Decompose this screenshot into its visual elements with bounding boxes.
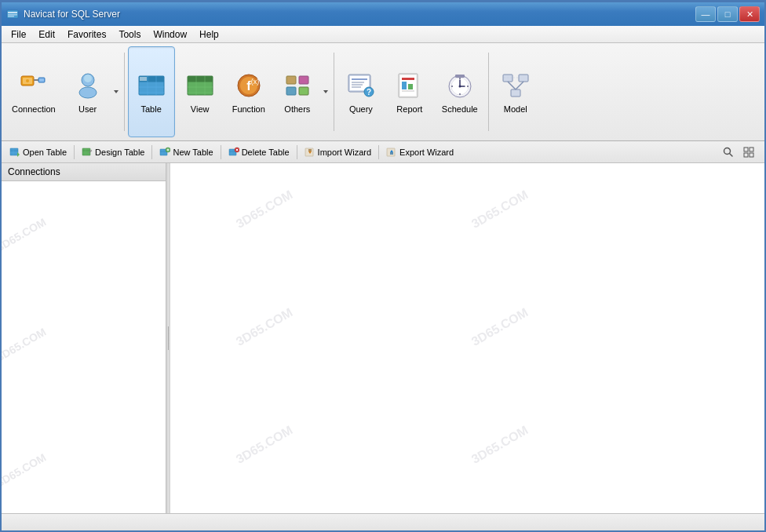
grid-icon [743, 147, 754, 158]
titlebar: Navicat for SQL Server — □ ✕ [2, 2, 764, 26]
left-panel-watermark: 3D65.COM 3D65.COM 3D65.COM [2, 181, 166, 513]
connections-header: Connections [2, 163, 166, 181]
toolbar-connection[interactable]: Connection [5, 46, 63, 137]
svg-marker-13 [114, 90, 119, 93]
actionbar: Open Table Design Table [2, 141, 764, 163]
close-button[interactable]: ✕ [739, 6, 760, 22]
delete-table-icon [228, 147, 239, 158]
design-table-label: Design Table [95, 148, 144, 157]
open-table-label: Open Table [23, 148, 67, 157]
toolbar-report[interactable]: Report [386, 46, 433, 137]
export-wizard-label: Export Wizard [399, 148, 454, 157]
svg-rect-62 [455, 75, 465, 78]
menu-tools[interactable]: Tools [112, 27, 147, 42]
query-icon: ? [345, 70, 377, 101]
toolbar-user-group: User [64, 46, 121, 137]
svg-rect-34 [299, 76, 308, 84]
svg-rect-3 [8, 16, 14, 17]
svg-rect-65 [511, 89, 520, 97]
new-table-label: New Table [173, 148, 213, 157]
action-export-wizard[interactable]: Export Wizard [381, 145, 458, 159]
titlebar-left: Navicat for SQL Server [6, 8, 120, 20]
toolbar-table[interactable]: Table [128, 46, 175, 137]
function-icon: f (x) [233, 70, 264, 101]
others-dropdown-button[interactable] [321, 46, 330, 137]
svg-line-66 [508, 82, 516, 89]
svg-rect-1 [8, 12, 17, 13]
menu-help[interactable]: Help [193, 27, 225, 42]
svg-rect-74 [82, 148, 90, 155]
window-title: Navicat for SQL Server [24, 9, 120, 20]
toolbar-separator-2 [334, 53, 334, 131]
export-wizard-icon [386, 147, 397, 158]
svg-rect-93 [308, 149, 312, 151]
table-icon [136, 70, 167, 101]
action-sep-3 [221, 145, 221, 159]
table-label: Table [141, 104, 162, 114]
right-panel: 3D65.COM 3D65.COM 3D65.COM 3D65.COM 3D65… [170, 163, 764, 513]
svg-rect-7 [34, 79, 38, 81]
svg-point-12 [79, 87, 97, 98]
toolbar-query[interactable]: ? Query [337, 46, 385, 137]
minimize-button[interactable]: — [695, 6, 716, 22]
svg-rect-50 [408, 84, 413, 89]
menu-window[interactable]: Window [147, 27, 193, 42]
action-design-table[interactable]: Design Table [77, 145, 149, 159]
left-panel: Connections 3D65.COM 3D65.COM 3D65.COM [2, 163, 166, 513]
svg-rect-35 [286, 87, 296, 95]
connection-icon [18, 70, 49, 101]
others-label: Others [284, 104, 310, 114]
user-dropdown-button[interactable] [111, 46, 121, 137]
toolbar-others[interactable]: Others [274, 46, 321, 137]
action-delete-table[interactable]: Delete Table [224, 145, 294, 159]
svg-rect-23 [188, 76, 213, 82]
toolbar-view[interactable]: View [177, 46, 224, 137]
view-icon [184, 70, 216, 101]
menu-file[interactable]: File [5, 27, 32, 42]
toolbar: Connection User [2, 43, 764, 141]
menubar: File Edit Favorites Tools Window Help [2, 26, 764, 43]
action-new-table[interactable]: New Table [155, 145, 217, 159]
app-icon [6, 8, 19, 20]
view-label: View [191, 104, 210, 114]
statusbar [2, 513, 764, 530]
svg-point-11 [84, 75, 92, 82]
svg-rect-9 [39, 78, 44, 82]
menu-edit[interactable]: Edit [32, 27, 61, 42]
action-import-wizard[interactable]: Import Wizard [300, 145, 376, 159]
svg-text:(x): (x) [251, 78, 260, 86]
toolbar-schedule[interactable]: Schedule [435, 46, 485, 137]
svg-rect-48 [402, 78, 414, 80]
toolbar-others-group: Others [274, 46, 330, 137]
toolbar-function[interactable]: f (x) Function [225, 46, 272, 137]
svg-point-6 [26, 79, 29, 82]
toolbar-model[interactable]: Model [492, 46, 539, 137]
search-icon [723, 147, 734, 158]
right-panel-watermark: 3D65.COM 3D65.COM 3D65.COM 3D65.COM 3D65… [170, 163, 764, 513]
new-table-icon [159, 147, 170, 158]
svg-rect-36 [299, 87, 308, 95]
open-table-icon [9, 147, 20, 158]
import-wizard-icon [305, 147, 316, 158]
search-button[interactable] [719, 143, 738, 162]
toolbar-user[interactable]: User [64, 46, 111, 137]
user-icon [72, 70, 104, 101]
maximize-button[interactable]: □ [717, 6, 738, 22]
query-label: Query [349, 104, 373, 114]
svg-point-61 [458, 86, 461, 88]
action-sep-4 [297, 145, 297, 159]
svg-rect-100 [750, 148, 753, 151]
menu-favorites[interactable]: Favorites [61, 27, 112, 42]
action-open-table[interactable]: Open Table [5, 145, 71, 159]
svg-rect-2 [8, 14, 17, 16]
grid-view-button[interactable] [739, 143, 758, 162]
toolbar-separator-1 [124, 53, 125, 131]
svg-marker-37 [323, 90, 328, 93]
svg-rect-33 [286, 76, 296, 84]
svg-rect-102 [750, 153, 753, 157]
svg-rect-99 [744, 148, 748, 151]
import-wizard-label: Import Wizard [318, 148, 371, 157]
model-icon [500, 70, 531, 101]
titlebar-controls: — □ ✕ [695, 6, 760, 22]
report-icon [394, 70, 425, 101]
